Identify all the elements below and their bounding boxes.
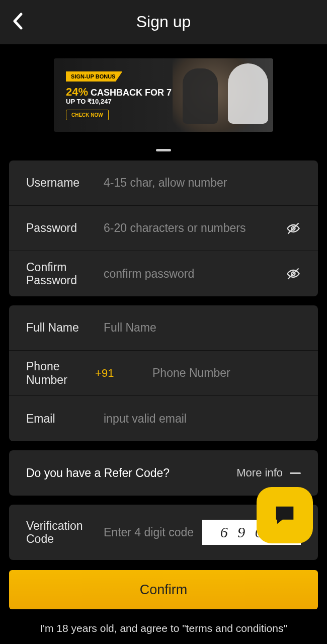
email-label: Email <box>26 412 104 425</box>
confirm-password-label: Confirm Password <box>26 261 104 287</box>
check-now-button[interactable]: CHECK NOW <box>66 110 109 120</box>
chat-icon <box>272 502 298 528</box>
minus-icon <box>290 472 301 474</box>
pager-indicator <box>156 149 171 151</box>
personal-info-card: Full Name Phone Number +91 Email <box>9 305 318 441</box>
password-label: Password <box>26 221 104 234</box>
verification-label: Verification Code <box>26 519 104 546</box>
country-code[interactable]: +91 <box>95 367 152 380</box>
back-icon[interactable] <box>12 13 23 32</box>
eye-off-icon[interactable] <box>286 221 301 235</box>
credentials-card: Username Password Confirm Password <box>9 160 318 296</box>
phone-label: Phone Number <box>26 360 95 386</box>
confirm-password-input[interactable] <box>104 267 286 281</box>
eye-off-icon[interactable] <box>286 267 301 281</box>
fullname-label: Full Name <box>26 321 104 334</box>
page-title: Sign up <box>0 13 327 31</box>
banner-image <box>173 58 273 132</box>
phone-input[interactable] <box>152 366 301 380</box>
password-row: Password <box>9 206 318 251</box>
phone-row: Phone Number +91 <box>9 351 318 396</box>
cashback-upto: UP TO ₹10,247 <box>66 98 112 105</box>
chat-button[interactable] <box>257 487 313 543</box>
terms-text[interactable]: I'm 18 years old, and agree to "terms an… <box>0 622 327 634</box>
refer-question: Do you have a Refer Code? <box>26 466 236 480</box>
fullname-row: Full Name <box>9 305 318 351</box>
fullname-input[interactable] <box>104 321 301 335</box>
password-input[interactable] <box>104 221 286 235</box>
signup-bonus-banner[interactable]: SIGN-UP BONUS 24% CASHBACK FOR 7 DAYS UP… <box>54 58 273 132</box>
email-row: Email <box>9 396 318 441</box>
username-row: Username <box>9 160 318 206</box>
confirm-password-row: Confirm Password <box>9 251 318 296</box>
more-info-label: More info <box>236 466 283 479</box>
bonus-tag: SIGN-UP BONUS <box>66 71 122 82</box>
username-input[interactable] <box>104 176 301 190</box>
header: Sign up <box>0 0 327 44</box>
email-input[interactable] <box>104 412 301 426</box>
cashback-percent: 24% <box>66 86 88 98</box>
verification-input[interactable] <box>104 526 202 539</box>
username-label: Username <box>26 176 104 189</box>
confirm-button[interactable]: Confirm <box>9 570 318 609</box>
